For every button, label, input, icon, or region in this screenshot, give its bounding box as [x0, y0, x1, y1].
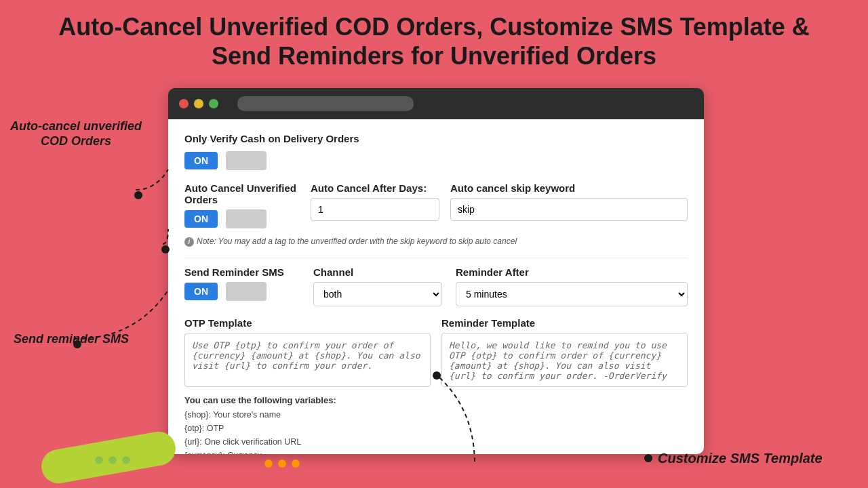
traffic-light-yellow[interactable]: [194, 99, 203, 108]
var-otp: {otp}: OTP: [184, 422, 688, 435]
auto-cancel-toggle-off: [226, 209, 267, 228]
orange-dot-3: [292, 460, 300, 468]
orange-dots: [264, 460, 300, 468]
annotation-mid-left: Send reminder SMS: [0, 332, 142, 347]
auto-cancel-skip-col: Auto cancel skip keyword: [450, 182, 688, 221]
green-dot-1: [95, 456, 103, 464]
title-line1: Auto-Cancel Unverified COD Orders, Custo…: [58, 13, 810, 41]
browser-titlebar: [168, 88, 704, 119]
send-reminder-toggle-btn[interactable]: ON: [184, 283, 218, 300]
skip-keyword-note: i Note: You may add a tag to the unverif…: [184, 237, 688, 247]
otp-template-col: OTP Template Use OTP {otp} to confirm yo…: [184, 317, 431, 387]
annotation-bottom-right-dot: [644, 454, 652, 462]
send-reminder-toggle-off: [226, 282, 267, 301]
annotation-bottom-right: Customize SMS Template: [644, 450, 834, 466]
note-text-content: Note: You may add a tag to the unverifie…: [197, 237, 517, 246]
annotation-bottom-right-text: Customize SMS Template: [658, 450, 823, 466]
only-verify-toggle-off: [226, 151, 267, 170]
green-dot-2: [108, 456, 117, 464]
only-verify-toggle-btn[interactable]: ON: [184, 152, 218, 169]
info-icon: i: [184, 237, 194, 247]
browser-content: Only Verify Cash on Delivery Orders ON A…: [168, 119, 704, 454]
divider1: [184, 258, 688, 258]
reminder-template-col: Reminder Template Hello, we would like t…: [441, 317, 688, 387]
auto-cancel-days-label: Auto Cancel After Days:: [311, 182, 439, 194]
var-shop: {shop}: Your store's name: [184, 408, 688, 422]
only-verify-cod-label: Only Verify Cash on Delivery Orders: [184, 133, 688, 144]
dot-left: [73, 340, 81, 348]
browser-window: Only Verify Cash on Delivery Orders ON A…: [168, 88, 704, 454]
send-reminder-toggle-container: ON: [184, 282, 300, 301]
reminder-row: Send Reminder SMS ON Channel both SMS Em…: [184, 266, 688, 306]
auto-cancel-col: Auto Cancel Unverified Orders ON: [184, 182, 300, 228]
annotation-top-left-text: Auto-cancel unverified COD Orders: [10, 119, 142, 148]
reminder-after-select[interactable]: 5 minutes 10 minutes 15 minutes 30 minut…: [456, 282, 688, 306]
send-reminder-label: Send Reminder SMS: [184, 266, 300, 278]
annotation-top-left: Auto-cancel unverified COD Orders: [8, 119, 144, 148]
auto-cancel-label: Auto Cancel Unverified Orders: [184, 182, 300, 205]
channel-col: Channel both SMS Email: [313, 266, 442, 306]
auto-cancel-skip-label: Auto cancel skip keyword: [450, 182, 688, 194]
orange-dot-1: [264, 460, 273, 468]
browser-addressbar: [237, 96, 414, 111]
reminder-after-label: Reminder After: [456, 266, 688, 278]
auto-cancel-row: Auto Cancel Unverified Orders ON Auto Ca…: [184, 182, 688, 228]
channel-select[interactable]: both SMS Email: [313, 282, 442, 306]
auto-cancel-toggle-btn[interactable]: ON: [184, 210, 218, 228]
dot-top-left: [134, 191, 142, 199]
reminder-template-label: Reminder Template: [441, 317, 688, 329]
green-dot-3: [122, 456, 130, 464]
only-verify-toggle-container: ON: [184, 151, 688, 170]
traffic-light-green[interactable]: [209, 99, 218, 108]
auto-cancel-days-input[interactable]: [311, 198, 439, 221]
green-dots: [95, 456, 130, 464]
reminder-after-col: Reminder After 5 minutes 10 minutes 15 m…: [456, 266, 688, 306]
dot-mid: [161, 245, 170, 253]
dot-center: [433, 371, 441, 380]
orange-dot-2: [278, 460, 286, 468]
title-line2: Send Reminders for Unverified Orders: [212, 42, 656, 70]
reminder-template-textarea[interactable]: Hello, we would like to remind you to us…: [441, 333, 688, 387]
annotation-mid-left-text: Send reminder SMS: [14, 332, 129, 346]
otp-template-textarea[interactable]: Use OTP {otp} to confirm your order of {…: [184, 333, 431, 387]
auto-cancel-skip-input[interactable]: [450, 198, 688, 221]
page-title: Auto-Cancel Unverified COD Orders, Custo…: [0, 0, 868, 79]
otp-template-label: OTP Template: [184, 317, 431, 329]
reminder-sms-col: Send Reminder SMS ON: [184, 266, 300, 301]
channel-label: Channel: [313, 266, 442, 278]
auto-cancel-toggle-container: ON: [184, 209, 300, 228]
auto-cancel-days-col: Auto Cancel After Days:: [311, 182, 439, 221]
variables-title: You can use the following variables:: [184, 395, 688, 405]
traffic-light-red[interactable]: [179, 99, 189, 108]
